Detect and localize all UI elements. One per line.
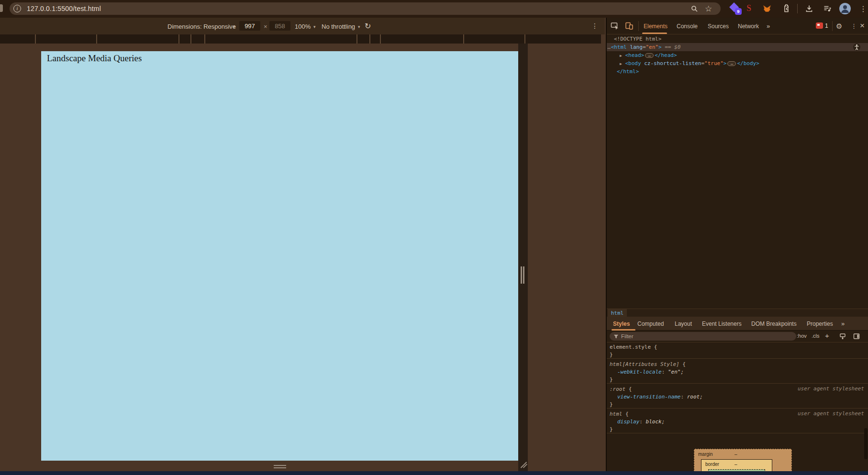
rendering-emulation-icon[interactable] — [839, 333, 846, 340]
device-emulation-area: Dimensions: Responsive ▾ × 100% ▾ No thr… — [0, 18, 605, 471]
styles-filter-row: :hov .cls + — [607, 331, 868, 342]
viewport-height-input[interactable] — [269, 21, 290, 31]
extension-fox-icon[interactable] — [763, 4, 771, 13]
page-title: Landscape Media Queries — [47, 53, 142, 64]
browser-menu-icon[interactable]: ⋮ — [859, 4, 867, 13]
tab-console[interactable]: Console — [677, 23, 698, 30]
window-edge-fragment — [0, 4, 3, 12]
browser-window: i 127.0.0.1:5500/test.html ☆ 9 S ⋮ — [0, 0, 868, 475]
new-style-rule-button[interactable]: + — [825, 331, 829, 340]
issues-count[interactable]: 1 — [825, 22, 828, 29]
toolbar-divider — [832, 21, 833, 31]
expand-ellipsis-button[interactable]: … — [727, 61, 736, 66]
toolbar-divider — [638, 21, 639, 31]
scrollbar-thumb[interactable] — [864, 428, 868, 459]
rule-divider — [607, 408, 868, 409]
device-toolbar-toggle-icon[interactable] — [625, 22, 634, 30]
dom-node-doctype[interactable]: <!DOCTYPE html> — [614, 35, 661, 43]
taskbar-edge — [0, 471, 868, 475]
toggle-sidebar-icon[interactable] — [853, 333, 860, 340]
tab-sources[interactable]: Sources — [708, 23, 729, 30]
dimensions-dropdown[interactable]: Dimensions: Responsive — [167, 23, 236, 30]
tab-styles[interactable]: Styles — [613, 320, 630, 327]
rule-divider — [607, 433, 868, 433]
dom-node-body[interactable]: ▶ <body cz-shortcut-listen="true">…</bod… — [620, 59, 759, 67]
rule-divider — [607, 383, 868, 384]
rotate-viewport-icon[interactable]: ↻ — [365, 22, 371, 31]
zoom-level-dropdown[interactable]: 100% — [295, 23, 311, 30]
tab-event-listeners[interactable]: Event Listeners — [702, 320, 742, 327]
rule-element-style[interactable]: element.style { — [610, 343, 657, 351]
device-toolbar-menu-icon[interactable]: ⋮ — [591, 22, 598, 30]
chevron-down-icon: ▾ — [313, 24, 316, 29]
site-info-icon[interactable]: i — [13, 5, 21, 12]
emulated-page[interactable]: Landscape Media Queries — [41, 51, 518, 461]
css-property[interactable]: view-transition-name: root; — [617, 393, 703, 401]
viewport-width-resizer[interactable] — [518, 44, 528, 471]
zoom-page-icon[interactable] — [690, 5, 698, 12]
url-bar[interactable] — [10, 2, 721, 15]
issues-icon[interactable] — [816, 22, 823, 29]
dom-node-html[interactable]: …<html lang="en"> == $0 — [608, 43, 680, 51]
viewport-height-resizer[interactable] — [274, 465, 286, 466]
tab-dom-breakpoints[interactable]: DOM Breakpoints — [751, 320, 797, 327]
css-property[interactable]: -webkit-locale: "en"; — [617, 368, 684, 376]
media-query-bar[interactable] — [0, 34, 601, 44]
toggle-class-button[interactable]: .cls — [812, 333, 820, 339]
extension-badge: 9 — [735, 8, 742, 15]
browser-toolbar: i 127.0.0.1:5500/test.html ☆ 9 S ⋮ — [0, 0, 868, 18]
tab-elements[interactable]: Elements — [644, 23, 668, 30]
filter-funnel-icon — [613, 334, 619, 339]
viewport-height-resizer[interactable] — [274, 467, 286, 468]
tab-layout[interactable]: Layout — [675, 320, 692, 327]
rule-attributes-style[interactable]: html[Attributes Style] { — [610, 361, 686, 368]
stylesheet-origin: user agent stylesheet — [798, 386, 864, 392]
downloads-icon[interactable] — [805, 4, 813, 13]
extension-seo-icon[interactable]: S — [746, 3, 751, 13]
active-tab-underline — [642, 33, 667, 34]
toolbar-divider — [797, 4, 798, 13]
styles-sidebar-tabs: Styles Computed Layout Event Listeners D… — [607, 317, 868, 331]
settings-gear-icon[interactable]: ⚙ — [836, 22, 842, 31]
css-property[interactable]: display: block; — [617, 418, 665, 426]
styles-filter-pill[interactable] — [610, 332, 796, 341]
styles-filter-input[interactable] — [621, 332, 784, 340]
tab-network[interactable]: Network — [738, 23, 759, 30]
breadcrumb[interactable]: html — [608, 309, 627, 317]
device-toolbar: Dimensions: Responsive ▾ × 100% ▾ No thr… — [0, 18, 605, 34]
extensions-puzzle-icon[interactable] — [782, 4, 790, 13]
dom-breadcrumb-bar: html — [607, 309, 868, 317]
media-queue-icon[interactable] — [823, 4, 832, 13]
chevron-down-icon: ▾ — [358, 24, 360, 29]
url-text[interactable]: 127.0.0.1:5500/test.html — [27, 5, 101, 12]
more-tabs-icon[interactable]: » — [767, 22, 770, 30]
devtools-toolbar: Elements Console Sources Network » 1 ⚙ ⋮… — [607, 18, 868, 34]
more-tabs-icon[interactable]: » — [841, 320, 845, 327]
devtools-menu-icon[interactable]: ⋮ — [851, 22, 857, 30]
tab-computed[interactable]: Computed — [637, 320, 664, 327]
accessibility-icon[interactable] — [853, 44, 860, 51]
throttling-dropdown[interactable]: No throttling — [322, 23, 355, 30]
chevron-down-icon: ▾ — [233, 24, 235, 29]
close-icon[interactable]: × — [860, 21, 865, 31]
rule-root[interactable]: :root { — [610, 386, 632, 393]
devtools-panel: Elements Console Sources Network » 1 ⚙ ⋮… — [606, 18, 868, 471]
stylesheet-origin: user agent stylesheet — [798, 410, 864, 417]
expand-ellipsis-button[interactable]: … — [645, 53, 654, 58]
viewport-width-input[interactable] — [239, 21, 260, 31]
bookmark-star-icon[interactable]: ☆ — [705, 4, 712, 14]
rule-divider — [607, 358, 868, 359]
toggle-hover-state-button[interactable]: :hov — [797, 333, 807, 339]
dom-node-html-close[interactable]: </html> — [617, 67, 639, 76]
inspect-element-icon[interactable] — [611, 22, 619, 30]
rule-html[interactable]: html { — [610, 410, 629, 418]
dimensions-times: × — [264, 23, 267, 30]
dom-node-head[interactable]: ▶ <head>…</head> — [620, 51, 677, 59]
tab-properties[interactable]: Properties — [807, 320, 833, 327]
profile-avatar[interactable] — [839, 3, 851, 14]
